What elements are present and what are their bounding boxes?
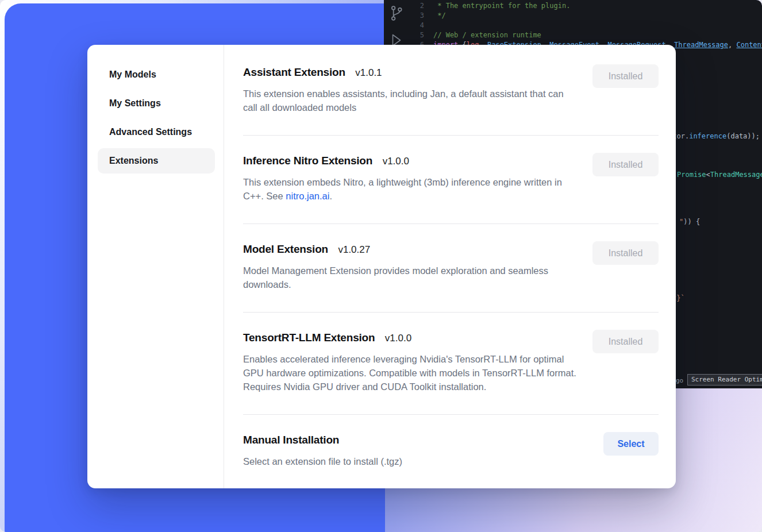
- sidebar-item-advanced-settings[interactable]: Advanced Settings: [98, 119, 215, 145]
- sidebar-item-label: Extensions: [109, 156, 158, 166]
- description-text: .: [329, 191, 332, 201]
- code-line: 2 * The entrypoint for the plugin.: [409, 1, 762, 11]
- extension-info: Inference Nitro Extension v1.0.0 This ex…: [243, 153, 576, 203]
- installed-button[interactable]: Installed: [592, 241, 659, 265]
- code-area: 2 * The entrypoint for the plugin. 3 */ …: [409, 1, 762, 50]
- extension-version: v1.0.0: [383, 156, 409, 167]
- extension-name: Inference Nitro Extension: [243, 155, 372, 167]
- settings-modal: My Models My Settings Advanced Settings …: [87, 45, 676, 488]
- extension-name: Model Extension: [243, 243, 328, 255]
- code-text: */: [433, 11, 446, 21]
- extension-description: This extension enables assistants, inclu…: [243, 87, 576, 114]
- extension-info: Manual Installation Select an extension …: [243, 432, 402, 468]
- line-number: 4: [409, 21, 424, 30]
- desktop: 2 * The entrypoint for the plugin. 3 */ …: [0, 0, 762, 532]
- extension-title-line: Assistant Extension v1.0.1: [243, 64, 576, 81]
- extension-row-assistant: Assistant Extension v1.0.1 This extensio…: [243, 64, 659, 114]
- git-branch-icon[interactable]: [389, 5, 404, 22]
- sidebar-item-my-settings[interactable]: My Settings: [98, 91, 215, 116]
- extension-row-inference-nitro: Inference Nitro Extension v1.0.0 This ex…: [243, 136, 659, 203]
- statusbar-text: go: [676, 377, 683, 384]
- extension-name: Assistant Extension: [243, 66, 345, 78]
- extension-version: v1.0.1: [355, 67, 382, 78]
- nitro-jan-ai-link[interactable]: nitro.jan.ai: [286, 191, 329, 201]
- code-fragment: ")) {: [679, 217, 700, 226]
- code-line: 5 // Web / extension runtime: [409, 30, 762, 40]
- extension-description: This extension embeds Nitro, a lightweig…: [243, 175, 576, 203]
- sidebar-item-label: Advanced Settings: [109, 127, 192, 137]
- manual-installation-title: Manual Installation: [243, 434, 339, 446]
- extension-info: Assistant Extension v1.0.1 This extensio…: [243, 64, 576, 114]
- extension-version: v1.0.27: [338, 244, 370, 255]
- extension-info: TensortRT-LLM Extension v1.0.0 Enables a…: [243, 330, 576, 394]
- extension-title-line: Inference Nitro Extension v1.0.0: [243, 153, 576, 169]
- sidebar-item-label: My Models: [109, 70, 156, 80]
- line-number: 3: [409, 11, 424, 21]
- installed-button[interactable]: Installed: [592, 64, 659, 88]
- code-fragment: rator.inference(data));: [664, 132, 760, 141]
- installed-button[interactable]: Installed: [592, 330, 659, 353]
- extension-info: Model Extension v1.0.27 Model Management…: [243, 241, 576, 291]
- select-file-button[interactable]: Select: [603, 432, 659, 456]
- code-line: 3 */: [409, 11, 762, 21]
- extension-title-line: TensortRT-LLM Extension v1.0.0: [243, 330, 576, 346]
- sidebar-item-my-models[interactable]: My Models: [98, 62, 215, 87]
- manual-installation-row: Manual Installation Select an extension …: [243, 415, 659, 468]
- code-text: // Web / extension runtime: [433, 30, 541, 40]
- extension-version: v1.0.0: [385, 333, 411, 344]
- sidebar-item-extensions[interactable]: Extensions: [98, 148, 215, 174]
- code-line: 4: [409, 21, 762, 30]
- code-fragment: Promise<ThreadMessage>: [677, 170, 762, 179]
- manual-installation-description: Select an extension file to install (.tg…: [243, 454, 402, 468]
- extension-description: Model Management Extension provides mode…: [243, 264, 576, 291]
- sidebar-item-label: My Settings: [109, 98, 161, 109]
- extension-row-tensorrt-llm: TensortRT-LLM Extension v1.0.0 Enables a…: [243, 313, 659, 394]
- extension-description: Enables accelerated inference leveraging…: [243, 352, 576, 394]
- line-number: 5: [409, 30, 424, 40]
- extension-row-model: Model Extension v1.0.27 Model Management…: [243, 224, 659, 291]
- code-text: * The entrypoint for the plugin.: [433, 1, 570, 11]
- screen-reader-notice[interactable]: Screen Reader Optimize: [687, 374, 762, 385]
- extension-title-line: Model Extension v1.0.27: [243, 241, 576, 258]
- extensions-panel: Assistant Extension v1.0.1 This extensio…: [224, 45, 676, 488]
- extension-name: TensortRT-LLM Extension: [243, 331, 375, 344]
- manual-installation-title-line: Manual Installation: [243, 432, 402, 449]
- settings-sidebar: My Models My Settings Advanced Settings …: [87, 45, 224, 488]
- line-number: 2: [409, 1, 424, 11]
- installed-button[interactable]: Installed: [592, 153, 659, 176]
